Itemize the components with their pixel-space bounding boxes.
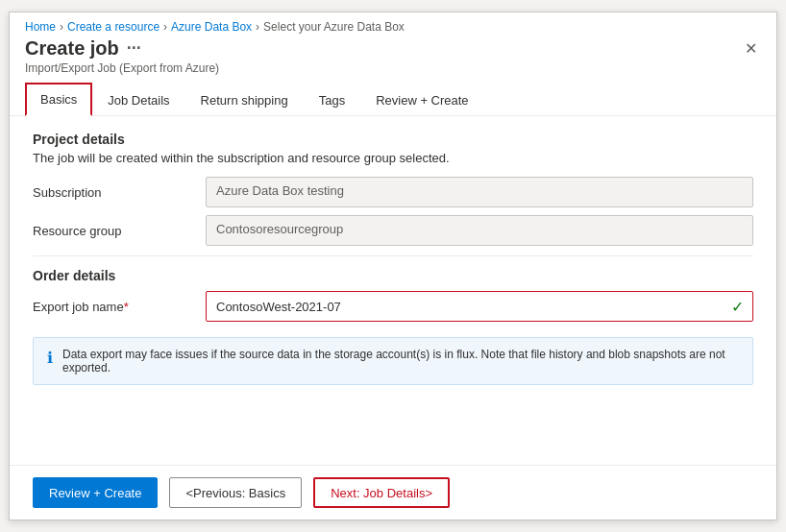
breadcrumb-sep-2: › — [163, 20, 167, 34]
breadcrumb-sep-1: › — [60, 20, 63, 34]
page-header: Create job ··· Import/Export Job (Export… — [10, 34, 776, 83]
breadcrumb: Home › Create a resource › Azure Data Bo… — [10, 12, 776, 34]
close-button[interactable]: ✕ — [741, 37, 761, 60]
project-details-title: Project details — [33, 132, 753, 147]
breadcrumb-home[interactable]: Home — [25, 20, 56, 34]
footer: Review + Create <Previous: Basics Next: … — [10, 465, 776, 520]
more-options-icon[interactable]: ··· — [127, 38, 141, 59]
next-button[interactable]: Next: Job Details> — [313, 477, 450, 508]
tab-return-shipping[interactable]: Return shipping — [185, 84, 304, 115]
breadcrumb-create-resource[interactable]: Create a resource — [67, 20, 160, 34]
tab-basics[interactable]: Basics — [25, 83, 92, 116]
tab-tags[interactable]: Tags — [304, 84, 360, 115]
tab-review-create[interactable]: Review + Create — [360, 84, 483, 115]
required-star: * — [124, 300, 129, 314]
breadcrumb-sep-3: › — [256, 20, 259, 34]
project-details-desc: The job will be created within the subsc… — [33, 151, 753, 165]
export-job-label: Export job name* — [33, 300, 206, 314]
resource-group-row: Resource group Contosoresourcegroup — [33, 215, 753, 246]
resource-group-value: Contosoresourcegroup — [206, 215, 753, 246]
subscription-label: Subscription — [33, 185, 206, 200]
order-details-title: Order details — [33, 268, 753, 283]
tab-bar: Basics Job Details Return shipping Tags … — [10, 83, 776, 116]
subscription-row: Subscription Azure Data Box testing — [33, 177, 753, 207]
valid-checkmark-icon: ✓ — [731, 298, 744, 316]
previous-button[interactable]: <Previous: Basics — [169, 477, 302, 508]
breadcrumb-azure-data-box[interactable]: Azure Data Box — [171, 20, 252, 34]
export-job-input[interactable] — [206, 291, 753, 322]
tab-job-details[interactable]: Job Details — [92, 84, 184, 115]
export-job-input-box: ✓ — [206, 291, 753, 322]
resource-group-label: Resource group — [33, 224, 206, 238]
breadcrumb-select-data-box: Select your Azure Data Box — [263, 20, 405, 34]
info-icon: ℹ — [47, 349, 53, 367]
info-box-text: Data export may face issues if the sourc… — [62, 348, 739, 375]
review-create-button[interactable]: Review + Create — [33, 477, 158, 508]
info-box: ℹ Data export may face issues if the sou… — [33, 337, 753, 385]
page-subtitle: Import/Export Job (Export from Azure) — [25, 61, 219, 75]
page-title: Create job — [25, 37, 119, 60]
export-job-row: Export job name* ✓ — [33, 291, 753, 322]
main-content: Project details The job will be created … — [10, 116, 776, 465]
subscription-value: Azure Data Box testing — [206, 177, 753, 207]
